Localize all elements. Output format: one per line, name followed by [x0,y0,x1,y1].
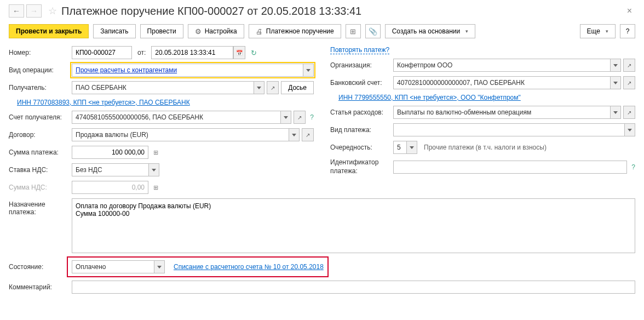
attach-button[interactable]: 📎 [365,24,381,38]
purpose-textarea[interactable] [72,198,635,253]
amount-field[interactable] [72,146,148,159]
number-label: Номер: [9,49,72,56]
expense-label: Статья расходов: [330,108,393,116]
favorite-star-icon[interactable]: ☆ [48,5,57,17]
org-details-link[interactable]: ИНН 7799555550, КПП <не требуется>, ООО … [338,94,521,101]
purpose-label: Назначение платежа: [9,198,72,216]
contract-select[interactable]: Продажа валюты (EUR) [72,128,300,141]
bank-acct-label: Банковский счет: [330,79,393,87]
contract-label: Договор: [9,131,72,139]
recip-acct-select[interactable]: 47405810555000000056, ПАО СБЕРБАНК [72,111,291,124]
page-title: Платежное поручение КП00-000027 от 20.05… [61,5,624,18]
ident-field[interactable] [393,161,627,174]
date-field[interactable] [151,46,233,59]
calculator-icon[interactable]: ⊞ [151,146,160,158]
right-column: Повторять платеж? Организация: Конфетпро… [330,46,635,194]
contract-open-icon[interactable]: ↗ [302,128,314,141]
status-row: Состояние: Оплачено Списание с расчетног… [9,259,635,275]
pay-type-label: Вид платежа: [330,126,393,134]
ident-label: Идентификатор платежа: [330,158,393,175]
save-button[interactable]: Записать [93,24,135,38]
calendar-icon[interactable]: 📅 [233,46,245,59]
op-type-label: Вид операции: [9,66,72,74]
expense-open-icon[interactable]: ↗ [623,106,635,119]
status-label: Состояние: [9,263,72,271]
recipient-open-icon[interactable]: ↗ [267,81,279,94]
pay-type-select[interactable] [393,123,635,136]
priority-info: Прочие платежи (в т.ч. налоги и взносы) [424,144,547,151]
org-select[interactable]: Конфетпром ООО [393,59,621,72]
post-close-button[interactable]: Провести и закрыть [9,24,89,38]
expense-select[interactable]: Выплаты по валютно-обменным операциям [393,106,621,119]
repeat-payment-link[interactable]: Повторять платеж? [330,46,389,54]
nav-back[interactable]: ← [9,4,24,18]
comment-label: Комментарий: [9,283,72,291]
form-body: Номер: от: 📅 ↻ Вид операции: Прочие расч… [9,46,635,194]
priority-label: Очередность: [330,144,393,151]
recipient-select[interactable]: ПАО СБЕРБАНК [72,81,264,94]
close-icon[interactable]: × [624,6,635,16]
refresh-icon[interactable]: ↻ [251,49,257,57]
amount-label: Сумма платежа: [9,148,72,156]
create-based-button[interactable]: Создать на основании [385,24,476,38]
left-column: Номер: от: 📅 ↻ Вид операции: Прочие расч… [9,46,314,194]
from-label: от: [137,49,146,56]
recip-acct-open-icon[interactable]: ↗ [294,111,306,124]
help-button[interactable]: ? [620,24,635,38]
org-label: Организация: [330,61,393,69]
gear-icon: ⚙ [195,27,202,36]
settings-button[interactable]: ⚙Настройка [188,24,244,38]
more-button[interactable]: Еще [580,24,616,38]
status-select[interactable]: Оплачено [72,260,165,273]
vat-rate-label: Ставка НДС: [9,166,72,174]
op-type-select[interactable]: Прочие расчеты с контрагентами [72,64,314,77]
vat-sum-label: Сумма НДС: [9,184,72,191]
purpose-row: Назначение платежа: [9,198,635,253]
recip-acct-label: Счет получателя: [9,113,72,121]
bank-acct-open-icon[interactable]: ↗ [623,76,635,89]
toolbar: Провести и закрыть Записать Провести ⚙На… [9,24,635,38]
paperclip-icon: 📎 [369,27,377,36]
dossier-button[interactable]: Досье [281,81,314,94]
comment-field[interactable] [72,281,635,294]
recipient-details-link[interactable]: ИНН 7707083893, КПП <не требуется>, ПАО … [17,99,190,106]
nav-forward[interactable]: → [26,4,42,18]
writeoff-link[interactable]: Списание с расчетного счета № 10 от 20.0… [174,263,324,271]
help-icon[interactable]: ? [310,113,314,121]
vat-sum-field [72,181,148,194]
post-button[interactable]: Провести [140,24,183,38]
recipient-label: Получатель: [9,84,72,92]
vat-rate-select[interactable]: Без НДС [72,163,159,176]
tree-icon: ⊞ [350,27,356,36]
payment-order-button[interactable]: 🖨Платежное поручение [249,24,341,38]
number-field[interactable] [72,46,132,59]
org-open-icon[interactable]: ↗ [623,59,635,72]
bank-acct-select[interactable]: 40702810000000000007, ПАО СБЕРБАНК [393,76,621,89]
help-icon-2[interactable]: ? [631,163,635,171]
calculator-icon-2: ⊞ [151,181,160,193]
structure-button[interactable]: ⊞ [346,24,361,38]
priority-select[interactable]: 5 [393,141,417,154]
comment-row: Комментарий: [9,281,635,294]
header: ← → ☆ Платежное поручение КП00-000027 от… [9,4,635,18]
print-icon: 🖨 [256,27,263,36]
